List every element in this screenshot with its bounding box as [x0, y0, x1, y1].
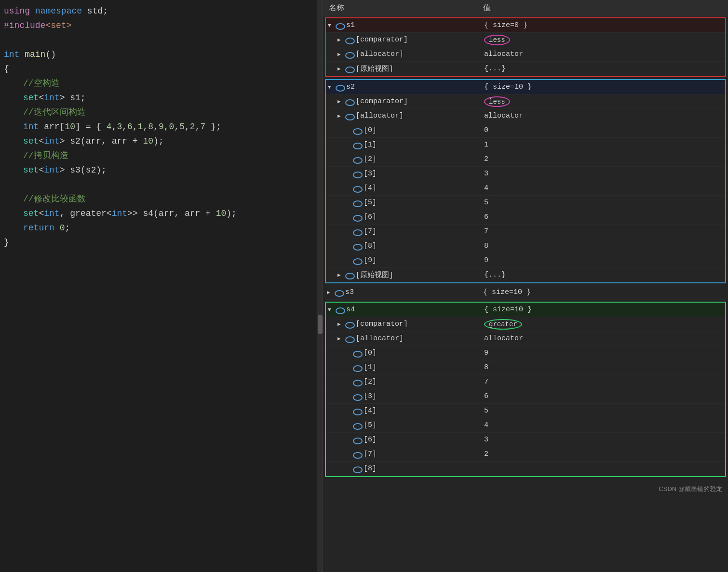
- s1-raw-value: {...}: [480, 64, 615, 74]
- code-line: set<int> s2(arr, arr + 10);: [0, 134, 323, 148]
- s4-name: s4: [346, 306, 355, 314]
- scrollbar-thumb[interactable]: [318, 315, 323, 334]
- s2-item-8[interactable]: [8] 8: [326, 239, 725, 253]
- s4-comparator-name: [comparator]: [356, 320, 408, 328]
- s2-item-0[interactable]: [0] 0: [326, 123, 725, 138]
- s4-item-3[interactable]: [3] 6: [326, 389, 725, 404]
- s4-comparator-row[interactable]: [comparator] greater: [326, 317, 725, 332]
- s1-allocator-row[interactable]: [allocator] allocator: [326, 47, 725, 62]
- s4-value: { size=10 }: [480, 305, 615, 315]
- s4-item-1[interactable]: [1] 8: [326, 360, 725, 375]
- s1-comparator-row[interactable]: [comparator] less: [326, 33, 725, 47]
- s4-item-8[interactable]: [8]: [326, 462, 725, 476]
- s2-item-6[interactable]: [6] 6: [326, 210, 725, 225]
- s3-value: { size=10 }: [479, 287, 614, 297]
- code-line: set<int> s1;: [0, 91, 323, 105]
- s1-comparator-icon: [345, 37, 354, 43]
- s1-allocator-arrow[interactable]: [337, 51, 345, 57]
- s1-allocator-value: allocator: [480, 49, 615, 59]
- s2-comparator-badge: less: [484, 96, 510, 107]
- code-line: #include<set>: [0, 18, 323, 33]
- s2-item-1[interactable]: [1] 1: [326, 138, 725, 152]
- s4-comparator-arrow[interactable]: [337, 321, 345, 327]
- s4-expand-arrow[interactable]: [328, 307, 336, 313]
- s2-allocator-value: allocator: [480, 111, 615, 121]
- s2-header-row[interactable]: s2 { size=10 }: [326, 80, 725, 94]
- s1-value: { size=0 }: [480, 20, 615, 30]
- code-line: set<int> s3(s2);: [0, 163, 323, 177]
- s4-allocator-row[interactable]: [allocator] allocator: [326, 332, 725, 346]
- s3-name: s3: [345, 288, 354, 296]
- s3-expand-arrow[interactable]: [327, 289, 335, 295]
- s1-db-icon: [336, 22, 344, 29]
- code-lines: using namespace std; #include<set> int m…: [0, 0, 323, 572]
- s1-allocator-name: [allocator]: [356, 50, 404, 58]
- watermark: CSDN @戴墨镜的恐龙: [323, 479, 728, 495]
- s2-db-icon: [336, 84, 344, 91]
- s1-allocator-icon: [345, 51, 354, 58]
- section-s2: s2 { size=10 } [comparator] less [alloca…: [325, 79, 726, 283]
- s1-raw-name: [原始视图]: [356, 64, 393, 73]
- s2-comparator-icon: [345, 98, 354, 105]
- s4-comparator-icon: [345, 321, 354, 328]
- code-line: }: [0, 235, 323, 250]
- code-line: using namespace std;: [0, 4, 323, 18]
- code-line: int arr[10] = { 4,3,6,1,8,9,0,5,2,7 };: [0, 120, 323, 134]
- s1-raw-row[interactable]: [原始视图] {...}: [326, 62, 725, 76]
- s2-comparator-name: [comparator]: [356, 97, 408, 106]
- s4-item-7[interactable]: [7] 2: [326, 447, 725, 462]
- s2-raw-row[interactable]: [原始视图] {...}: [326, 268, 725, 282]
- code-line: {: [0, 62, 323, 76]
- code-line: [0, 33, 323, 47]
- s1-comparator-arrow[interactable]: [337, 37, 345, 43]
- s1-expand-arrow[interactable]: [328, 23, 336, 28]
- code-line: return 0;: [0, 221, 323, 235]
- s4-item-2[interactable]: [2] 7: [326, 375, 725, 389]
- s2-comparator-arrow[interactable]: [337, 98, 345, 105]
- s2-item0-value: 0: [480, 125, 615, 135]
- code-line: //拷贝构造: [0, 148, 323, 163]
- s4-item-0[interactable]: [0] 9: [326, 346, 725, 360]
- s4-item-5[interactable]: [5] 4: [326, 418, 725, 433]
- code-line: int main(): [0, 47, 323, 62]
- s1-header-row[interactable]: s1 { size=0 }: [326, 18, 725, 33]
- s2-comparator-row[interactable]: [comparator] less: [326, 94, 725, 109]
- s4-header-row[interactable]: s4 { size=10 }: [326, 303, 725, 317]
- s2-item-3[interactable]: [3] 3: [326, 167, 725, 181]
- section-s1: s1 { size=0 } [comparator] less [allocat…: [325, 17, 726, 77]
- s2-value: { size=10 }: [480, 82, 615, 92]
- s2-allocator-row[interactable]: [allocator] allocator: [326, 109, 725, 123]
- code-line: //空构造: [0, 76, 323, 91]
- col-header-name: 名称: [323, 0, 477, 16]
- s2-item-7[interactable]: [7] 7: [326, 225, 725, 239]
- code-editor: using namespace std; #include<set> int m…: [0, 0, 323, 572]
- s4-comparator-badge: greater: [484, 319, 522, 330]
- code-line: //迭代区间构造: [0, 105, 323, 120]
- s2-item-9[interactable]: [9] 9: [326, 253, 725, 268]
- s4-comparator-value: greater: [480, 318, 615, 331]
- s2-allocator-icon: [345, 113, 354, 120]
- s2-allocator-arrow[interactable]: [337, 113, 345, 119]
- s3-header-row[interactable]: s3 { size=10 }: [325, 285, 726, 300]
- s2-expand-arrow[interactable]: [328, 84, 336, 90]
- s1-raw-icon: [345, 66, 354, 72]
- s3-db-icon: [335, 289, 343, 296]
- s4-item-6[interactable]: [6] 3: [326, 433, 725, 447]
- s1-comparator-name: [comparator]: [356, 36, 408, 44]
- s2-item-2[interactable]: [2] 2: [326, 152, 725, 167]
- s4-item-4[interactable]: [4] 5: [326, 404, 725, 418]
- s2-item0-icon: [353, 127, 362, 134]
- code-line: set<int, greater<int>> s4(arr, arr + 10)…: [0, 206, 323, 221]
- s2-name: s2: [346, 83, 355, 91]
- s1-raw-arrow[interactable]: [337, 66, 345, 72]
- section-s4: s4 { size=10 } [comparator] greater [all…: [325, 302, 726, 477]
- col-header-value: 值: [477, 0, 612, 16]
- code-line: //修改比较函数: [0, 192, 323, 206]
- section-s3: s3 { size=10 }: [325, 285, 726, 300]
- s1-comparator-value: less: [480, 34, 615, 46]
- scrollbar[interactable]: [317, 0, 323, 572]
- s2-item0-name: [0]: [364, 126, 377, 134]
- watch-header: 名称 值: [323, 0, 728, 16]
- s2-item-4[interactable]: [4] 4: [326, 181, 725, 196]
- s2-item-5[interactable]: [5] 5: [326, 196, 725, 210]
